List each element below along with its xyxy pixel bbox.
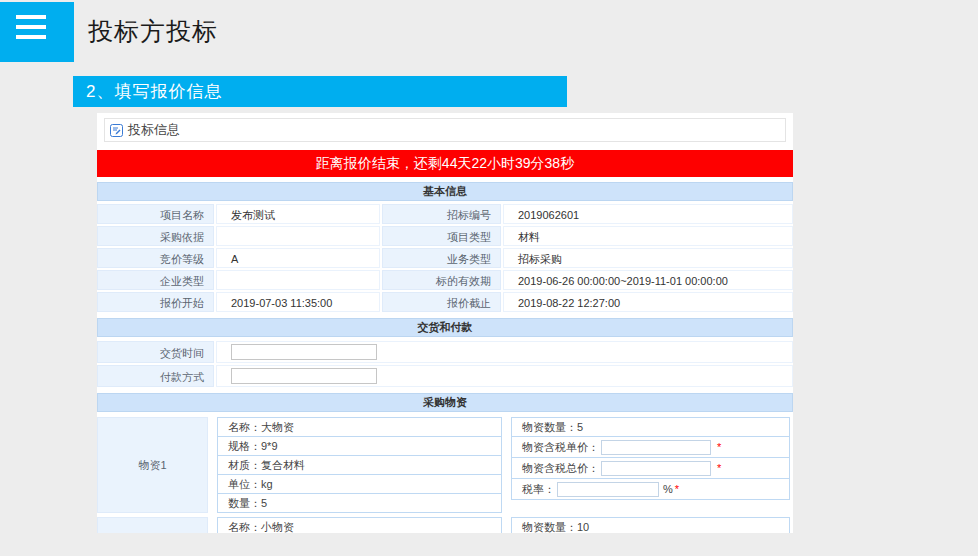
field-value: 2019-08-22 12:27:00 [503,292,793,312]
unit-price-input-row: 物资含税单价：* [511,436,790,458]
panel-titlebar: 投标信息 [104,118,786,142]
material-attr-box: 名称：小物资 [217,517,502,533]
total-price-input[interactable] [601,461,711,476]
material-attr-box: 单位：kg [217,474,502,494]
section-header-materials: 采购物资 [97,393,793,412]
material-item: 物资1名称：大物资规格：9*9材质：复合材料单位：kg数量：5物资数量：5物资含… [97,417,793,513]
hamburger-icon [0,2,74,39]
page-title: 投标方投标 [88,15,218,48]
material-quote: 物资数量：5物资含税单价：*物资含税总价：*税率：%* [511,417,790,513]
step-banner: 2、填写报价信息 [73,76,567,107]
field-label: 企业类型 [97,270,214,290]
input-label: 物资含税单价： [522,438,599,457]
menu-square [0,2,74,62]
delivery-table: 交货时间付款方式 [97,341,793,387]
required-mark: * [717,459,721,478]
materials-list: 物资1名称：大物资规格：9*9材质：复合材料单位：kg数量：5物资数量：5物资含… [97,417,793,533]
material-attr-box: 数量：5 [217,493,502,513]
input-label: 物资含税总价： [522,459,599,478]
field-label: 业务类型 [382,248,501,268]
bid-form-panel: 投标信息 距离报价结束，还剩44天22小时39分38秒 基本信息 项目名称发布测… [97,113,793,533]
field-label: 付款方式 [97,365,214,387]
field-value: 2019-06-26 00:00:00~2019-11-01 00:00:00 [503,270,793,290]
field-value: 2019062601 [503,204,793,224]
slide: { "colors": { "accent": "#00AEEF", "aler… [0,0,978,556]
material-attrs: 名称：小物资 [217,517,502,533]
input-label: 税率： [522,480,555,499]
field-label: 标的有效期 [382,270,501,290]
field-value: 招标采购 [503,248,793,268]
field-value-cell [216,365,793,387]
delivery-time-input[interactable] [231,344,377,360]
material-item: 名称：小物资物资数量：10 [97,517,793,533]
material-quantity: 物资数量：5 [511,417,790,437]
field-value: 材料 [503,226,793,246]
required-mark: * [717,438,721,457]
field-value: 2019-07-03 11:35:00 [216,292,380,312]
material-quantity: 物资数量：10 [511,517,790,533]
field-label: 交货时间 [97,341,214,363]
document-icon [110,124,123,137]
field-value: 发布测试 [216,204,380,224]
field-label: 报价开始 [97,292,214,312]
field-label: 报价截止 [382,292,501,312]
payment-method-input[interactable] [231,368,377,384]
tax-rate-input-row: 税率：%* [511,478,790,500]
material-attr-box: 材质：复合材料 [217,455,502,475]
field-label: 招标编号 [382,204,501,224]
material-attr-box: 规格：9*9 [217,436,502,456]
panel-title: 投标信息 [128,121,180,139]
total-price-input-row: 物资含税总价：* [511,457,790,479]
percent-sign: % [663,480,673,499]
field-label: 项目名称 [97,204,214,224]
material-quote: 物资数量：10 [511,517,790,533]
unit-price-input[interactable] [601,440,711,455]
section-header-delivery: 交货和付款 [97,318,793,337]
basic-info-table: 项目名称发布测试招标编号2019062601采购依据项目类型材料竞价等级A业务类… [97,204,793,312]
material-name-cell: 物资1 [97,417,208,513]
field-value [216,270,380,290]
field-label: 项目类型 [382,226,501,246]
material-attrs: 名称：大物资规格：9*9材质：复合材料单位：kg数量：5 [217,417,502,513]
field-label: 采购依据 [97,226,214,246]
countdown-banner: 距离报价结束，还剩44天22小时39分38秒 [97,150,793,177]
field-value: A [216,248,380,268]
field-value [216,226,380,246]
tax-rate-input[interactable] [557,482,659,497]
field-label: 竞价等级 [97,248,214,268]
material-name-cell [97,517,208,533]
section-header-basic: 基本信息 [97,182,793,201]
material-attr-box: 名称：大物资 [217,417,502,437]
field-value-cell [216,341,793,363]
required-mark: * [675,480,679,499]
